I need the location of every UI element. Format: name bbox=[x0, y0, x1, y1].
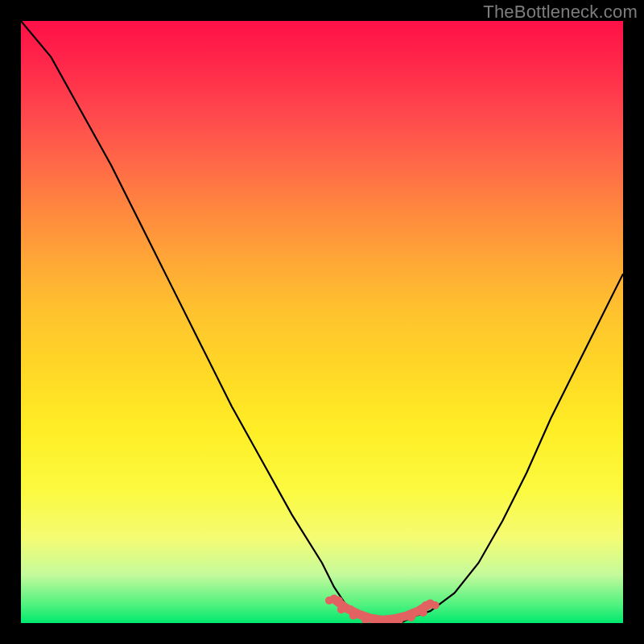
plot-area bbox=[21, 21, 623, 623]
bottleneck-curve-line bbox=[21, 21, 623, 623]
band-dot bbox=[335, 597, 343, 605]
low-bottleneck-band bbox=[325, 595, 440, 623]
band-dot bbox=[419, 609, 427, 617]
chart-container: TheBottleneck.com bbox=[0, 0, 644, 644]
band-dot bbox=[431, 601, 440, 609]
attribution-label: TheBottleneck.com bbox=[483, 2, 638, 23]
chart-overlay bbox=[21, 21, 623, 623]
